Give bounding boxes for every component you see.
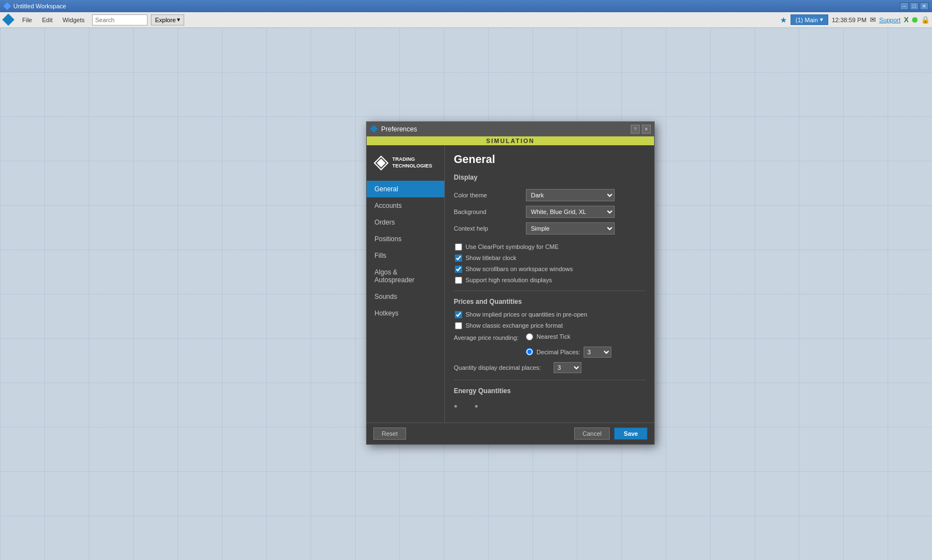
titlebar-title: Untitled Workspace: [13, 3, 900, 9]
section-divider: [454, 291, 645, 291]
tt-logo-icon: [373, 155, 389, 171]
background-select[interactable]: White, Blue Grid, XL None White Grid: [526, 206, 615, 218]
nav-item-orders[interactable]: Orders: [367, 214, 444, 231]
explore-arrow: ▾: [177, 16, 180, 23]
classic-exchange-checkbox[interactable]: [455, 322, 462, 329]
nav-item-general[interactable]: General: [367, 181, 444, 197]
dropdown-arrow: ▾: [820, 16, 823, 23]
classic-exchange-label: Show classic exchange price format: [465, 322, 563, 329]
preferences-dialog: Preferences ? ✕ SIMULATION: [366, 121, 655, 445]
menubar-right: ★ (1) Main ▾ 12:38:59 PM ✉ Support X 🔒: [780, 14, 930, 25]
explore-button[interactable]: Explore ▾: [151, 14, 184, 26]
nav-item-sounds[interactable]: Sounds: [367, 288, 444, 305]
connection-status-dot: [912, 17, 918, 23]
dialog-footer: Reset Cancel Save: [367, 422, 654, 444]
app-logo: [2, 14, 14, 26]
dialog-title: Preferences: [381, 125, 631, 133]
decimal-places-row: Decimal Places: 3 2 4 5: [526, 347, 611, 358]
qty-decimal-select[interactable]: 3 2 4 5: [554, 362, 581, 373]
scrollbars-checkbox[interactable]: [455, 266, 462, 273]
mail-icon[interactable]: ✉: [870, 16, 876, 24]
titlebar-clock-row: Show titlebar clock: [454, 254, 645, 262]
dialog-titlebar: Preferences ? ✕: [367, 122, 654, 136]
workspace: Preferences ? ✕ SIMULATION: [0, 28, 932, 560]
display-group-label: Display: [454, 174, 645, 184]
dialog-sidebar: TRADING TECHNOLOGIES General Accounts Or…: [367, 145, 444, 422]
context-help-select[interactable]: Simple Advanced None: [526, 222, 615, 235]
dialog-help-button[interactable]: ?: [631, 125, 640, 134]
simulation-bar: SIMULATION: [367, 136, 654, 145]
clearport-label: Use ClearPort symbology for CME: [465, 243, 559, 250]
high-res-label: Support high resolution displays: [465, 277, 552, 283]
avg-price-options: Nearest Tick Decimal Places: 3 2 4: [526, 333, 611, 358]
qty-decimal-row: Quantity display decimal places: 3 2 4 5: [454, 362, 645, 373]
decimal-places-select[interactable]: 3 2 4 5: [584, 347, 611, 358]
save-button[interactable]: Save: [614, 427, 647, 440]
context-help-row: Context help Simple Advanced None: [454, 222, 645, 235]
nearest-tick-label: Nearest Tick: [536, 333, 570, 340]
titlebar-clock-label: Show titlebar clock: [465, 254, 516, 261]
nav-item-hotkeys[interactable]: Hotkeys: [367, 305, 444, 322]
star-icon[interactable]: ★: [780, 16, 787, 24]
nav-item-positions[interactable]: Positions: [367, 231, 444, 247]
cancel-button[interactable]: Cancel: [574, 427, 610, 440]
dialog-content: General Display Color theme Dark Light B…: [444, 145, 654, 422]
footer-right-buttons: Cancel Save: [574, 427, 647, 440]
scrollbars-row: Show scrollbars on workspace windows: [454, 266, 645, 273]
clearport-checkbox[interactable]: [455, 243, 462, 251]
widgets-menu[interactable]: Widgets: [58, 15, 89, 25]
nav-item-accounts[interactable]: Accounts: [367, 197, 444, 214]
classic-exchange-row: Show classic exchange price format: [454, 322, 645, 329]
avg-price-label: Average price rounding:: [454, 334, 526, 341]
nav-item-fills[interactable]: Fills: [367, 247, 444, 264]
color-theme-select[interactable]: Dark Light: [526, 189, 615, 201]
modal-overlay: Preferences ? ✕ SIMULATION: [0, 28, 932, 560]
background-row: Background White, Blue Grid, XL None Whi…: [454, 206, 645, 218]
menubar: File Edit Widgets Explore ▾ ★ (1) Main ▾…: [0, 12, 932, 28]
nav-item-algos[interactable]: Algos & Autospreader: [367, 264, 444, 288]
reset-button[interactable]: Reset: [373, 427, 406, 440]
time-display: 12:38:59 PM: [832, 17, 866, 23]
avg-price-row: Average price rounding: Nearest Tick Dec…: [454, 333, 645, 358]
simulation-label: SIMULATION: [486, 138, 535, 144]
implied-prices-label: Show implied prices or quantities in pre…: [465, 311, 587, 318]
main-selector[interactable]: (1) Main ▾: [791, 14, 828, 25]
energy-divider: [454, 380, 645, 380]
app-icon: [3, 2, 11, 10]
implied-prices-row: Show implied prices or quantities in pre…: [454, 311, 645, 318]
file-menu[interactable]: File: [18, 15, 37, 25]
qty-decimal-label: Quantity display decimal places:: [454, 364, 554, 371]
high-res-row: Support high resolution displays: [454, 277, 645, 284]
explore-label: Explore: [155, 17, 175, 23]
close-button[interactable]: ✕: [920, 2, 929, 10]
context-help-label: Context help: [454, 225, 526, 232]
support-label[interactable]: Support: [879, 17, 901, 23]
nearest-tick-radio[interactable]: [526, 333, 533, 340]
prices-group-label: Prices and Quantities: [454, 298, 645, 306]
high-res-checkbox[interactable]: [455, 277, 462, 284]
minimize-button[interactable]: –: [900, 2, 909, 10]
tt-logo-text: TRADING TECHNOLOGIES: [392, 156, 432, 169]
dialog-controls: ? ✕: [631, 125, 651, 134]
background-label: Background: [454, 208, 526, 215]
decimal-places-label: Decimal Places:: [536, 349, 580, 355]
restore-button[interactable]: □: [910, 2, 919, 10]
color-theme-label: Color theme: [454, 192, 526, 198]
implied-prices-checkbox[interactable]: [455, 311, 462, 318]
dialog-body: TRADING TECHNOLOGIES General Accounts Or…: [367, 145, 654, 422]
decimal-places-radio[interactable]: [526, 348, 533, 355]
dialog-icon: [370, 125, 378, 133]
excel-icon[interactable]: X: [904, 16, 909, 24]
dialog-close-button[interactable]: ✕: [642, 125, 651, 134]
titlebar: Untitled Workspace – □ ✕: [0, 0, 932, 12]
clearport-row: Use ClearPort symbology for CME: [454, 243, 645, 251]
titlebar-clock-checkbox[interactable]: [455, 254, 462, 262]
color-theme-row: Color theme Dark Light: [454, 189, 645, 201]
edit-menu[interactable]: Edit: [38, 15, 57, 25]
nearest-tick-row: Nearest Tick: [526, 333, 611, 340]
titlebar-controls: – □ ✕: [900, 2, 929, 10]
lock-icon: 🔒: [921, 16, 930, 24]
energy-content-placeholder: ● ●: [454, 400, 645, 411]
tt-logo: TRADING TECHNOLOGIES: [367, 151, 444, 175]
search-input[interactable]: [92, 14, 148, 26]
